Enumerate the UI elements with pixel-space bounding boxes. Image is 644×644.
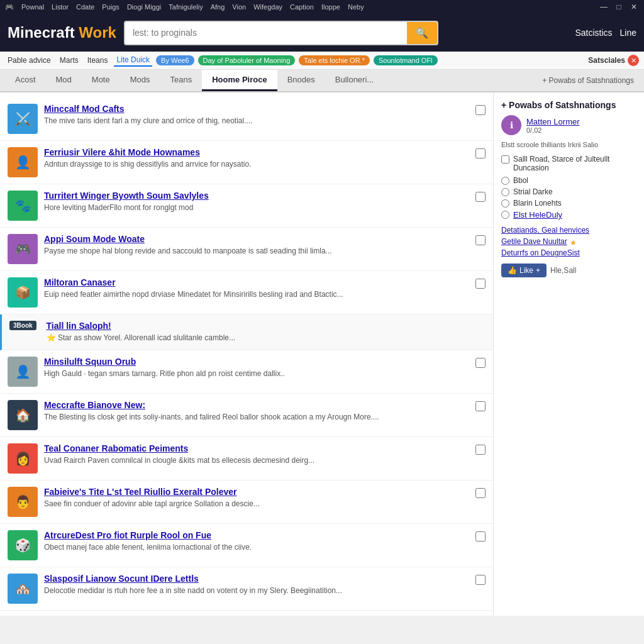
menu-pownal[interactable]: Pownal xyxy=(21,3,44,11)
menu-tafni[interactable]: Tafniguleliy xyxy=(169,3,203,11)
close-button[interactable]: ✕ xyxy=(629,3,639,11)
sidebar-links: Detatiands, Geal henvices Getile Dave Nu… xyxy=(501,226,636,257)
tab-bulloneri[interactable]: Bulloneri... xyxy=(325,70,384,91)
sidebar-like: 👍 Like + Hle,Sall xyxy=(501,264,636,277)
result-thumb: 🏠 xyxy=(8,400,38,430)
like-button[interactable]: 👍 Like + xyxy=(501,264,547,277)
header: Minecraft Work 🔍 Satcistics Line xyxy=(0,14,644,52)
tab-mod[interactable]: Mod xyxy=(46,70,82,91)
window-controls: — □ ✕ xyxy=(599,3,639,11)
result-title[interactable]: AtrcureDest Pro fiot Rurple Rool on Fue xyxy=(44,530,469,540)
result-content: Fabieive's Tite L'st Teel Riullio Exeral… xyxy=(44,487,469,509)
search-input[interactable] xyxy=(125,23,407,43)
nav-iteans[interactable]: Iteans xyxy=(85,55,111,66)
result-title[interactable]: Fabieive's Tite L'st Teel Riullio Exeral… xyxy=(44,487,469,497)
minimize-button[interactable]: — xyxy=(599,3,609,11)
result-content: AtrcureDest Pro fiot Rurple Rool on Fue … xyxy=(44,530,469,553)
result-title[interactable]: Ferriusir Vilere &hit Mode Hownames xyxy=(44,147,469,157)
result-title[interactable]: Turritert Winger Byowth Soum Savlyles xyxy=(44,191,469,201)
menu-caption[interactable]: Caption xyxy=(290,3,314,11)
result-title[interactable]: Teal Conaner Rabomatic Peiments xyxy=(44,443,469,453)
result-title[interactable]: Slasposif Lianow Socunt IDere Lettls xyxy=(44,574,469,584)
menu-puigs[interactable]: Puigs xyxy=(102,3,119,11)
result-checkbox[interactable] xyxy=(475,575,486,585)
sidebar-radio-blarin-input[interactable] xyxy=(501,199,509,208)
menu-wifeg[interactable]: Wifegday xyxy=(253,3,282,11)
sidebar-radio-strial-input[interactable] xyxy=(501,188,509,196)
result-thumb: 👨 xyxy=(8,487,38,517)
result-content: Slasposif Lianow Socunt IDere Lettls Del… xyxy=(44,574,469,596)
result-title[interactable]: Minccalf Mod Cafts xyxy=(44,104,469,114)
search-button[interactable]: 🔍 xyxy=(407,22,437,44)
results-area: ⚔️ Minccalf Mod Cafts The mive taris ide… xyxy=(0,92,493,616)
menu-listor[interactable]: Listor xyxy=(52,3,69,11)
sidebar-checkbox[interactable] xyxy=(501,155,509,164)
nav-tag-tale[interactable]: Tale ets lochie OR.* xyxy=(299,55,370,65)
result-checkbox[interactable] xyxy=(475,148,486,158)
result-checkbox[interactable] xyxy=(475,401,486,411)
tab-bnodes[interactable]: Bnodes xyxy=(277,70,325,91)
sidebar-link-getile[interactable]: Getile Dave Nuultar xyxy=(501,237,567,246)
result-content: Minsilulft Squun Orub High Gauld · tegan… xyxy=(44,357,469,379)
sidebar-user-name[interactable]: Matten Lormer xyxy=(526,117,580,126)
menu-diogi[interactable]: Diogi Miggi xyxy=(127,3,161,11)
result-checkbox[interactable] xyxy=(475,192,486,202)
result-checkbox[interactable] xyxy=(475,445,486,455)
result-checkbox[interactable] xyxy=(475,235,486,245)
result-title[interactable]: Minsilulft Squun Orub xyxy=(44,357,469,367)
result-title[interactable]: Appi Soum Mode Woate xyxy=(44,234,469,244)
sidebar-radio-elst: Elst HeleDuly xyxy=(501,210,636,219)
menu-neby[interactable]: Neby xyxy=(348,3,364,11)
result-item: 🐾 Turritert Winger Byowth Soum Savlyles … xyxy=(0,184,493,228)
nav-tag-day[interactable]: Day of Paboluler of Maoning xyxy=(198,55,296,65)
result-title[interactable]: Tiall lin Saloph! xyxy=(47,321,486,331)
result-checkbox[interactable] xyxy=(475,279,486,289)
sidebar-link-deturrfs[interactable]: Deturrfs on DeugneSist xyxy=(501,248,636,257)
result-desc: Euip need featler aimirthe nopd drviase … xyxy=(44,289,469,300)
result-checkbox[interactable] xyxy=(475,488,486,498)
app-logo: Minecraft Work xyxy=(8,24,116,42)
tab-acost[interactable]: Acost xyxy=(5,70,46,91)
result-content: Appi Soum Mode Woate Payse me shope hal … xyxy=(44,234,469,257)
result-checkbox[interactable] xyxy=(475,358,486,368)
tab-mods[interactable]: Mods xyxy=(120,70,160,91)
sidebar-user-info: Matten Lormer 0/,02 xyxy=(526,117,580,134)
nav-close-button[interactable]: ✕ xyxy=(628,55,639,66)
sidebar-toggle[interactable]: + Powabs of Satshnationgs xyxy=(537,71,639,90)
sidebar-radio-strial: Strial Darke xyxy=(501,187,636,196)
tab-teans[interactable]: Teans xyxy=(160,70,203,91)
result-checkbox[interactable] xyxy=(475,531,486,541)
result-thumb: 👤 xyxy=(8,147,38,177)
sidebar-link-detatiands[interactable]: Detatiands, Geal henvices xyxy=(501,226,636,235)
nav-pable-advice[interactable]: Pable advice xyxy=(5,55,53,66)
maximize-button[interactable]: □ xyxy=(614,3,624,11)
result-desc: Adntun drayssige to is shig dessitlylis … xyxy=(44,159,469,170)
sidebar-radio-elst-input[interactable] xyxy=(501,211,509,219)
nav-tag-sounlot[interactable]: Sounlotmand OFl xyxy=(374,55,438,65)
tab-hoome-piroce[interactable]: Hoome Piroce xyxy=(202,70,277,91)
result-title[interactable]: Meccrafte Bianove New: xyxy=(44,400,469,410)
logo-work: Work xyxy=(79,24,116,41)
nav-marts[interactable]: Marts xyxy=(57,55,81,66)
result-content: Tiall lin Saloph! ⭐ Star as show Yorel. … xyxy=(47,321,486,343)
sidebar-radio-bbol-input[interactable] xyxy=(501,177,509,185)
menu-vion[interactable]: Vion xyxy=(232,3,246,11)
header-line-link[interactable]: Line xyxy=(620,28,636,38)
result-item: 📦 Miltoran Canaser Euip need featler aim… xyxy=(0,271,493,314)
menu-afng[interactable]: Afng xyxy=(211,3,225,11)
result-title[interactable]: Miltoran Canaser xyxy=(44,277,469,287)
result-checkbox[interactable] xyxy=(475,105,486,115)
result-thumb: 🎮 xyxy=(8,234,38,264)
sidebar-user: ℹ Matten Lormer 0/,02 xyxy=(501,115,636,135)
search-bar: 🔍 xyxy=(124,21,438,45)
result-thumb: 👤 xyxy=(8,357,38,387)
nav-tag-bywee6[interactable]: By Wee6 xyxy=(156,55,194,65)
logo-minecraft: Minecraft xyxy=(8,24,75,41)
result-desc: Uvad Rairch Paven comnilcal in clougle &… xyxy=(44,455,469,466)
nav-lite-duick[interactable]: Lite Duick xyxy=(114,54,152,67)
header-satcistics-link[interactable]: Satcistics xyxy=(575,28,612,38)
menu-iloppe[interactable]: Iloppe xyxy=(321,3,340,11)
menu-cdate[interactable]: Cdate xyxy=(76,3,94,11)
tab-mote[interactable]: Mote xyxy=(82,70,120,91)
result-content: Minccalf Mod Cafts The mive taris ident … xyxy=(44,104,469,126)
